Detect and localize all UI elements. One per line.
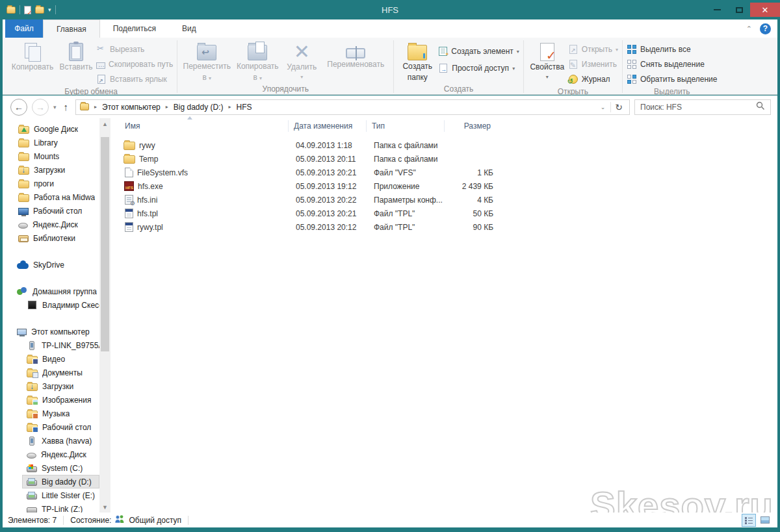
scroll-up-icon[interactable]: ▲ [99,118,110,129]
easy-access-button[interactable]: Простой доступ ▾ [438,62,519,74]
chevron-down-icon: ▾ [616,47,618,53]
sidebar-scrollbar[interactable]: ▲ ▼ [99,118,110,513]
group-label-organize: Упорядочить [181,82,389,95]
sidebar-item-tplink-phone[interactable]: TP-LINK_B9755A [3,338,99,352]
address-bar[interactable]: ▸ Этот компьютер ▸ Big daddy (D:) ▸ HFS … [75,99,630,115]
tab-file-menu[interactable]: Файл [5,19,43,38]
move-to-button[interactable]: Переместить в ▾ [181,40,232,82]
sidebar-item-big-daddy-d[interactable]: Big daddy (D:) [22,475,99,488]
sidebar-item-yandex-disk2[interactable]: Яндекс.Диск [3,448,99,461]
ribbon-tab-row: Файл Главная Поделиться Вид ⌃ ? [3,19,777,38]
scroll-down-icon[interactable]: ▼ [99,501,110,513]
back-button[interactable]: ← [10,99,27,116]
file-row[interactable]: Temp 05.09.2013 20:11 Папка с файлами [122,152,777,166]
sidebar-item-pictures[interactable]: Изображения [3,393,99,407]
sidebar-item-mounts[interactable]: Mounts [3,149,99,163]
file-row[interactable]: rywy.tpl 05.09.2013 20:12 Файл "TPL" 90 … [122,220,777,234]
sidebar-item-system-c[interactable]: System (C:) [3,461,99,475]
paste-shortcut-label: Вставить ярлык [110,75,167,84]
sidebar-item-desktop[interactable]: Рабочий стол [3,204,99,218]
delete-label: Удалить [287,63,317,72]
sidebar-item-desktop2[interactable]: Рабочий стол [3,420,99,434]
column-header-size[interactable]: Размер [444,120,497,132]
paste-shortcut-button[interactable]: Вставить ярлык [96,73,173,85]
sidebar-item-videos[interactable]: Видео [3,352,99,366]
forward-button[interactable]: → [32,99,49,116]
sidebar-item-documents[interactable]: Документы [3,366,99,379]
sidebar-item-user[interactable]: Владимир Скесо [3,298,99,312]
qat-customize-chevron-icon[interactable]: ▾ [48,7,51,13]
copy-button[interactable]: Копировать [9,40,56,72]
forward-icon: → [36,102,45,112]
copy-path-button[interactable]: Скопировать путь [96,58,173,70]
paste-button[interactable]: Вставить [57,40,95,72]
tab-share[interactable]: Поделиться [100,19,169,38]
videos-folder-icon [27,356,38,364]
sidebar-item-downloads2[interactable]: Загрузки [3,379,99,393]
breadcrumb-item-this-pc[interactable]: Этот компьютер [102,103,161,112]
recent-locations-chevron-icon[interactable]: ▾ [53,104,57,110]
file-row[interactable]: hfs.ini 05.09.2013 20:22 Параметры конф.… [122,193,777,207]
qat-properties-button[interactable] [24,6,31,14]
sidebar-item-library[interactable]: Library [3,136,99,149]
up-button[interactable]: ↑ [61,101,72,112]
close-button[interactable]: ✕ [750,3,780,17]
copy-to-button[interactable]: Копировать в ▾ [233,40,281,82]
search-input[interactable]: Поиск: HFS [634,99,771,115]
sidebar-item-this-pc[interactable]: Этот компьютер [3,325,99,338]
sidebar-item-homegroup[interactable]: Домашняя группа [3,285,99,298]
thumbnails-view-button[interactable] [758,514,772,527]
invert-selection-button[interactable]: Обратить выделение [627,73,718,85]
scissors-icon [96,44,107,55]
tab-view[interactable]: Вид [169,19,209,38]
ribbon-collapse-chevron-icon[interactable]: ⌃ [746,25,752,33]
sidebar-item-rabota[interactable]: Работа на Midwa [3,190,99,204]
column-header-name[interactable]: Имя [122,120,288,132]
sidebar-item-tplink-z[interactable]: TP-Link (Z:) [3,502,99,513]
column-header-type[interactable]: Тип [366,120,444,132]
breadcrumb-item-drive[interactable]: Big daddy (D:) [174,103,224,112]
breadcrumb-item-hfs[interactable]: HFS [237,103,252,112]
qat-new-folder-button[interactable] [35,6,44,14]
sidebar-item-little-sister-e[interactable]: Little Sister (E:) [3,488,99,502]
properties-button[interactable]: Свойства ▾ [528,40,567,80]
scrollbar-thumb[interactable] [101,137,109,351]
address-dropdown-chevron-icon[interactable]: ⌄ [597,104,610,110]
file-row[interactable]: hfs.exe 05.09.2013 19:12 Приложение 2 43… [122,179,777,193]
select-all-button[interactable]: Выделить все [627,44,718,55]
sidebar-item-google-drive[interactable]: Google Диск [3,122,99,136]
sidebar-item-downloads[interactable]: Загрузки [3,163,99,177]
details-view-button[interactable] [742,514,756,527]
tab-home[interactable]: Главная [43,19,100,38]
user-avatar [28,301,36,309]
select-none-button[interactable]: Снять выделение [627,58,718,70]
sidebar-item-libraries[interactable]: Библиотеки [3,231,99,245]
cut-button[interactable]: Вырезать [96,44,173,55]
new-folder-button[interactable]: Создать папку [398,40,437,82]
history-button[interactable]: Журнал [568,73,618,85]
sidebar-item-music[interactable]: Музыка [3,407,99,420]
sidebar-item-progi[interactable]: проги [3,177,99,190]
new-folder-icon [408,45,427,60]
open-button[interactable]: Открыть ▾ [568,44,618,55]
new-item-button[interactable]: Создать элемент ▾ [438,45,519,57]
column-header-date[interactable]: Дата изменения [288,120,366,132]
file-row[interactable]: rywy 04.09.2013 1:18 Папка с файлами [122,138,777,152]
file-row[interactable]: hfs.tpl 05.09.2013 20:21 Файл "TPL" 50 К… [122,207,777,220]
help-button[interactable]: ? [760,23,771,34]
file-date: 05.09.2013 20:21 [291,168,369,177]
sidebar-item-yandex-disk[interactable]: Яндекс.Диск [3,218,99,231]
sidebar-item-havva[interactable]: Хавва (havva) [3,434,99,448]
file-row[interactable]: FileSystem.vfs 05.09.2013 20:21 Файл "VF… [122,166,777,179]
copy-label: Копировать [12,63,54,72]
delete-button[interactable]: ✕ Удалить ▾ [283,40,320,80]
maximize-button[interactable] [728,3,750,17]
explorer-window: ▾ HFS ✕ Файл Главная Поделиться Вид ⌃ ? … [0,0,780,532]
minimize-button[interactable] [706,3,728,17]
file-size: 50 КБ [447,209,500,218]
sidebar-item-skydrive[interactable]: SkyDrive [3,258,99,272]
rename-button[interactable]: Переименовать [322,40,389,70]
refresh-button[interactable]: ↻ [610,102,627,112]
edit-button[interactable]: Изменить [568,58,618,70]
search-icon[interactable] [756,101,765,112]
